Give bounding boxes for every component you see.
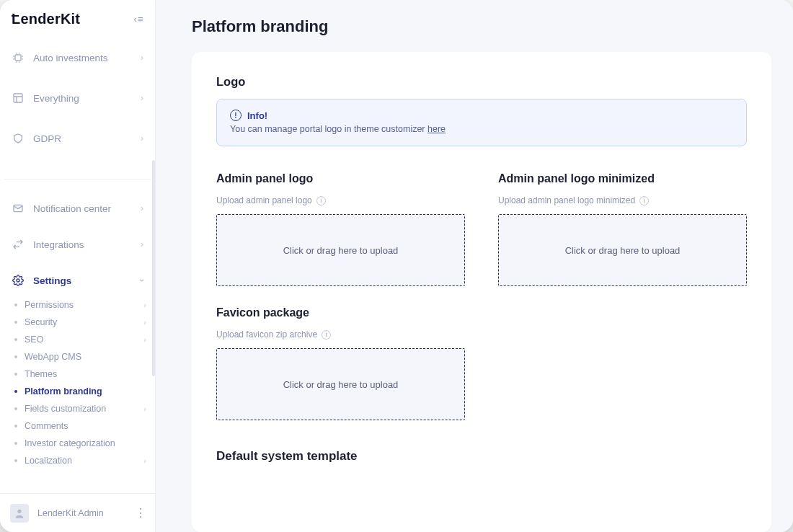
sidebar-item-label: GDPR	[33, 133, 61, 144]
sub-label: Security	[25, 317, 57, 327]
chevron-right-icon: ›	[141, 53, 143, 63]
sub-fields-customization[interactable]: Fields customization›	[6, 400, 155, 417]
mail-icon	[12, 202, 25, 215]
chevron-right-icon: ›	[141, 203, 143, 213]
sidebar-divider	[4, 179, 151, 179]
sidebar-item-label: Settings	[33, 275, 71, 286]
menu-icon: ≡	[138, 14, 143, 25]
info-link[interactable]: here	[427, 124, 446, 134]
help-icon[interactable]: i	[316, 196, 326, 205]
chevron-left-icon: ‹	[134, 14, 137, 25]
cpu-icon	[12, 51, 25, 64]
avatar	[10, 504, 29, 523]
sidebar-header: LenderKit ‹ ≡	[0, 0, 155, 37]
user-name: LenderKit Admin	[37, 508, 104, 518]
sidebar-item-label: Notification center	[33, 203, 111, 214]
upload-favicon: Favicon package Upload favicon zip archi…	[216, 306, 465, 420]
sub-security[interactable]: Security›	[6, 314, 155, 331]
chevron-right-icon: ›	[141, 93, 143, 103]
help-icon[interactable]: i	[322, 330, 331, 340]
chevron-down-icon: ›	[137, 279, 147, 282]
chevron-right-icon: ›	[143, 404, 146, 413]
upload-subtitle-text: Upload admin panel logo	[216, 195, 312, 205]
current-user[interactable]: LenderKit Admin	[10, 504, 104, 523]
sub-label: SEO	[25, 334, 43, 345]
dropzone-label: Click or drag here to upload	[283, 245, 399, 256]
svg-point-3	[17, 279, 19, 282]
info-icon: !	[230, 110, 242, 121]
main-content: Platform branding Logo ! Info! You can m…	[156, 0, 793, 532]
info-title: Info!	[247, 110, 267, 121]
sidebar-item-notification-center[interactable]: Notification center ›	[4, 192, 151, 224]
sidebar-scroll[interactable]: Auto investments › Everything ›	[0, 37, 155, 493]
sub-localization[interactable]: Localization›	[6, 452, 155, 469]
upload-subtitle: Upload admin panel logo i	[216, 195, 465, 205]
gear-icon	[12, 274, 25, 287]
dropzone-admin-logo-min[interactable]: Click or drag here to upload	[498, 214, 747, 286]
sub-label: Themes	[25, 369, 57, 379]
sub-label: Fields customization	[25, 404, 106, 414]
uploads-grid: Admin panel logo Upload admin panel logo…	[216, 172, 747, 420]
default-template-heading: Default system template	[216, 449, 747, 464]
sub-comments[interactable]: Comments	[6, 417, 155, 435]
logo-section-title: Logo	[216, 75, 747, 89]
chevron-right-icon: ›	[143, 301, 146, 309]
chevron-right-icon: ›	[143, 318, 146, 327]
sub-platform-branding[interactable]: Platform branding	[6, 383, 155, 400]
sub-investor-categorization[interactable]: Investor categorization	[6, 435, 155, 452]
upload-admin-logo: Admin panel logo Upload admin panel logo…	[216, 172, 465, 286]
sub-permissions[interactable]: Permissions›	[6, 296, 155, 314]
content-card: Logo ! Info! You can manage portal logo …	[192, 52, 771, 532]
sidebar-item-label: Everything	[33, 93, 79, 104]
svg-rect-0	[15, 55, 21, 61]
swap-icon	[12, 238, 25, 251]
sidebar-item-integrations[interactable]: Integrations ›	[4, 229, 151, 260]
chevron-right-icon: ›	[143, 456, 146, 465]
settings-submenu: Permissions› Security› SEO› WebApp CMS T…	[0, 296, 155, 475]
sub-label: Platform branding	[25, 386, 102, 396]
dropzone-label: Click or drag here to upload	[283, 379, 399, 390]
sidebar-item-everything[interactable]: Everything ›	[4, 82, 151, 114]
upload-title: Admin panel logo	[216, 172, 465, 185]
upload-subtitle-text: Upload admin panel logo minimized	[498, 195, 635, 205]
upload-title: Admin panel logo minimized	[498, 172, 747, 185]
sidebar-item-settings[interactable]: Settings ›	[4, 265, 151, 296]
layout-icon	[12, 92, 25, 105]
sub-themes[interactable]: Themes	[6, 365, 155, 383]
sub-label: Permissions	[25, 300, 74, 310]
sub-label: Investor categorization	[25, 438, 115, 448]
chevron-right-icon: ›	[141, 239, 143, 249]
upload-admin-logo-min: Admin panel logo minimized Upload admin …	[498, 172, 747, 286]
sidebar: LenderKit ‹ ≡ Auto investments ›	[0, 0, 156, 532]
nav-primary: Auto investments › Everything ›	[0, 37, 155, 154]
svg-rect-1	[14, 94, 22, 102]
upload-subtitle: Upload favicon zip archive i	[216, 329, 465, 340]
sidebar-footer: LenderKit Admin ⋮	[0, 493, 155, 532]
info-body: You can manage portal logo in theme cust…	[230, 124, 733, 134]
upload-title: Favicon package	[216, 306, 465, 319]
sub-label: Comments	[25, 421, 68, 431]
info-text: You can manage portal logo in theme cust…	[230, 124, 427, 134]
dropzone-favicon[interactable]: Click or drag here to upload	[216, 348, 465, 420]
shield-icon	[12, 132, 25, 145]
sidebar-collapse-button[interactable]: ‹ ≡	[130, 11, 146, 27]
sidebar-item-label: Integrations	[33, 239, 84, 250]
chevron-right-icon: ›	[141, 133, 143, 143]
upload-subtitle-text: Upload favicon zip archive	[216, 329, 317, 340]
sidebar-item-label: Auto investments	[33, 53, 108, 63]
sidebar-item-auto-investments[interactable]: Auto investments ›	[4, 42, 151, 74]
user-menu-button[interactable]: ⋮	[135, 506, 146, 520]
app-frame: LenderKit ‹ ≡ Auto investments ›	[0, 0, 793, 532]
sub-seo[interactable]: SEO›	[6, 331, 155, 348]
brand-logo: LenderKit	[12, 11, 80, 27]
dropzone-admin-logo[interactable]: Click or drag here to upload	[216, 214, 465, 286]
nav-secondary: Notification center › Integrations ›	[0, 188, 155, 296]
sub-webapp-cms[interactable]: WebApp CMS	[6, 348, 155, 365]
chevron-right-icon: ›	[143, 335, 146, 344]
upload-subtitle: Upload admin panel logo minimized i	[498, 195, 747, 205]
info-alert: ! Info! You can manage portal logo in th…	[216, 99, 747, 146]
sub-label: Localization	[25, 456, 72, 466]
help-icon[interactable]: i	[639, 196, 649, 205]
svg-point-4	[17, 509, 21, 513]
sidebar-item-gdpr[interactable]: GDPR ›	[4, 123, 151, 154]
